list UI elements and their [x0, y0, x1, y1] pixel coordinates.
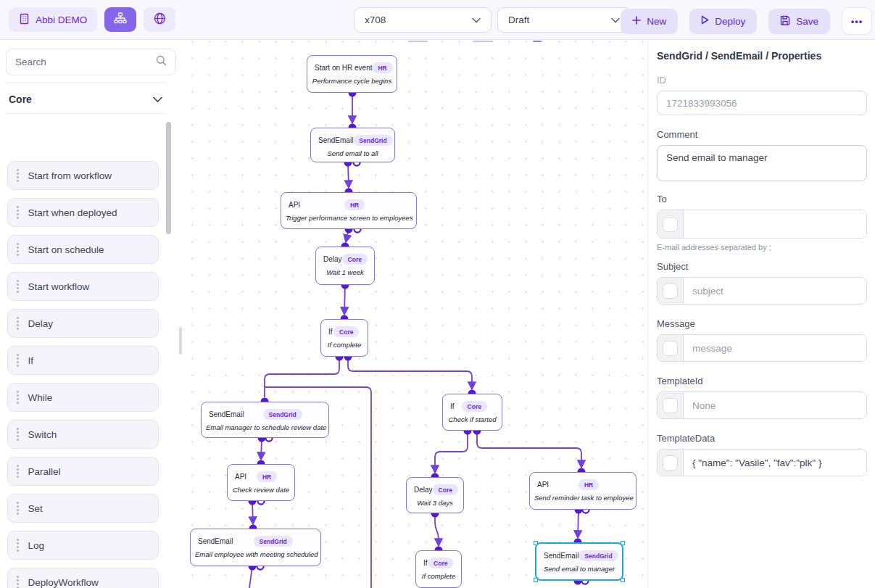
templateid-field-group — [657, 392, 867, 419]
message-expression-checkbox[interactable] — [663, 341, 678, 356]
workflow-node-send-email-to-manager[interactable]: SendEmailSendGridSend email to manager — [535, 542, 623, 581]
node-subtitle: Email manager to schedule review date — [202, 423, 328, 431]
sidebar-scrollbar[interactable] — [166, 122, 171, 234]
ellipsis-icon: ••• — [851, 16, 863, 27]
search-input[interactable] — [15, 57, 156, 67]
globe-button[interactable] — [144, 7, 175, 32]
to-field[interactable] — [684, 210, 866, 238]
node-badge: SendGrid — [353, 135, 392, 146]
drag-handle-icon[interactable] — [17, 354, 19, 367]
sidebar-item-log[interactable]: Log — [7, 531, 159, 560]
workflow-node-trigger-performance-screen-to-employees[interactable]: APIHRTrigger performance screen to emplo… — [281, 192, 417, 229]
drag-handle-icon[interactable] — [17, 317, 19, 330]
sidebar-item-start-workflow[interactable]: Start workflow — [7, 272, 159, 301]
edge-connector[interactable] — [477, 431, 581, 468]
templatedata-field-group — [657, 449, 867, 476]
sidebar-item-while[interactable]: While — [7, 383, 159, 412]
selection-handle[interactable] — [621, 578, 625, 582]
clipped-node-artifact — [533, 41, 542, 42]
edge-connector[interactable] — [265, 357, 339, 397]
templateid-field[interactable] — [684, 392, 866, 418]
workflow-node-check-review-date[interactable]: APIHRCheck review date — [227, 464, 295, 501]
edge-connector[interactable] — [435, 431, 468, 473]
edge-connector[interactable] — [435, 513, 439, 546]
id-field[interactable] — [657, 91, 867, 115]
topbar: Abbi DEMO — [0, 0, 875, 40]
workflow-node-email-manager-to-schedule-review-date[interactable]: SendEmailSendGridEmail manager to schedu… — [201, 402, 329, 438]
workflow-node-send-reminder-task-to-employee[interactable]: APIHRSend reminder task to employee — [529, 472, 636, 510]
drag-handle-icon[interactable] — [17, 539, 19, 552]
workflow-view-button[interactable] — [104, 7, 136, 32]
workflow-select[interactable]: x708 — [354, 7, 492, 33]
workflow-node-wait-1-week[interactable]: DelayCoreWait 1 week — [315, 247, 375, 285]
sidebar-item-set[interactable]: Set — [7, 494, 159, 523]
sidebar-item-label: While — [28, 392, 53, 403]
workflow-node-if-complete[interactable]: IfCoreIf complete — [320, 319, 368, 357]
to-expression-checkbox[interactable] — [663, 217, 678, 232]
edge-connector[interactable] — [578, 510, 579, 538]
sidebar-section-core[interactable]: Core — [9, 86, 162, 112]
workflow-node-if-complete[interactable]: IfCoreIf complete — [415, 550, 462, 588]
sidebar-item-start-from-workflow[interactable]: Start from workflow — [7, 161, 159, 190]
drag-handle-icon[interactable] — [17, 206, 19, 219]
workflow-canvas[interactable]: Start on HR eventHRPerformance cycle beg… — [178, 40, 647, 588]
templateid-expression-checkbox[interactable] — [663, 398, 678, 413]
drag-handle-icon[interactable] — [17, 391, 19, 404]
templatedata-expression-checkbox[interactable] — [663, 455, 678, 471]
more-options-button[interactable]: ••• — [842, 7, 872, 35]
selection-handle[interactable] — [534, 541, 538, 545]
brand-button[interactable]: Abbi DEMO — [9, 7, 97, 32]
node-badge: Core — [342, 254, 368, 265]
drag-handle-icon[interactable] — [17, 576, 19, 588]
drag-handle-icon[interactable] — [17, 280, 19, 293]
workflow-node-wait-3-days[interactable]: DelayCoreWait 3 days — [406, 477, 464, 513]
search-icon — [156, 55, 167, 69]
sidebar-item-delay[interactable]: Delay — [7, 309, 159, 338]
subject-expression-checkbox[interactable] — [663, 283, 678, 299]
comment-field[interactable]: Send email to manager — [657, 145, 867, 181]
section-label: Core — [9, 94, 32, 105]
workflow-node-send-email-to-all[interactable]: SendEmailSendGridSend email to all — [310, 128, 395, 162]
node-title: If — [328, 328, 333, 336]
sidebar-item-parallel[interactable]: Parallel — [7, 457, 159, 486]
node-subtitle: Wait 3 days — [407, 499, 463, 507]
subject-field[interactable] — [684, 278, 866, 304]
building-icon — [19, 13, 30, 27]
sidebar-item-if[interactable]: If — [7, 346, 159, 375]
status-select[interactable]: Draft — [497, 7, 631, 33]
workflow-node-performance-cycle-begins[interactable]: Start on HR eventHRPerformance cycle beg… — [307, 55, 397, 93]
node-title: API — [537, 481, 549, 489]
node-subtitle: Send email to all — [311, 149, 394, 157]
selection-handle[interactable] — [534, 578, 538, 582]
workflow-node-check-if-started[interactable]: IfCoreCheck if started — [442, 394, 502, 431]
edge-connector[interactable] — [348, 357, 472, 389]
deploy-button[interactable]: Deploy — [689, 9, 757, 34]
drag-handle-icon[interactable] — [17, 243, 19, 256]
node-badge: HR — [579, 479, 599, 490]
node-subtitle: If complete — [321, 341, 368, 349]
templatedata-field[interactable] — [684, 450, 866, 476]
selection-handle[interactable] — [621, 541, 625, 545]
sidebar-item-label: Start on schedule — [28, 244, 104, 255]
message-field[interactable] — [684, 335, 866, 361]
edge-connector[interactable] — [344, 285, 345, 315]
new-button[interactable]: New — [621, 9, 678, 34]
sidebar-item-deployworkflow[interactable]: DeployWorkflow — [7, 568, 159, 588]
globe-icon — [154, 12, 166, 28]
sidebar-item-switch[interactable]: Switch — [7, 420, 159, 449]
drag-handle-icon[interactable] — [17, 428, 19, 441]
play-icon — [701, 15, 709, 27]
drag-handle-icon[interactable] — [17, 465, 19, 478]
workflow-node-email-employee-with-meeting-scheduled[interactable]: SendEmailSendGridEmail employee with mee… — [190, 529, 321, 566]
drag-handle-icon[interactable] — [17, 502, 19, 515]
save-button[interactable]: Save — [768, 9, 830, 34]
drag-handle-icon[interactable] — [17, 169, 19, 182]
sidebar-item-start-on-schedule[interactable]: Start on schedule — [7, 235, 159, 264]
workflow-select-value: x708 — [365, 15, 386, 25]
message-expression-segment — [658, 335, 684, 361]
sidebar-item-label: Parallel — [28, 466, 61, 477]
new-button-label: New — [647, 16, 666, 27]
sidebar-item-start-when-deployed[interactable]: Start when deployed — [7, 198, 159, 227]
search-box[interactable] — [6, 49, 176, 75]
node-title: Start on HR event — [315, 64, 372, 72]
